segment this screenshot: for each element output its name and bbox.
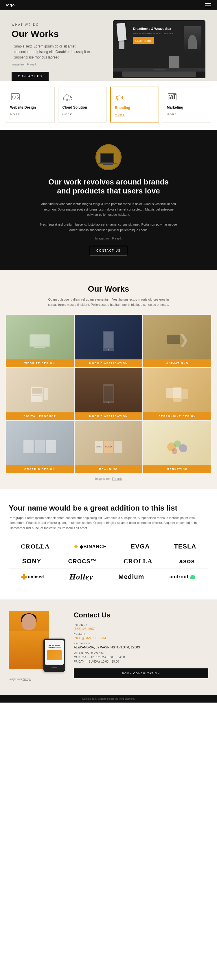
footer-text: Sample Text. Click to select the Text El…: [6, 697, 211, 700]
logo: logo: [6, 3, 15, 7]
svg-point-40: [171, 448, 177, 454]
chart-icon: [167, 92, 177, 102]
contact-phone-label: PHONE:: [74, 624, 208, 627]
contact-freepik-link[interactable]: Freepik: [22, 678, 31, 681]
about-text1: Amet luctus venenatis lectus magna fring…: [39, 201, 178, 218]
service-more-cloud[interactable]: MORE: [62, 113, 73, 116]
portfolio-freepik-link[interactable]: Freepik: [112, 477, 122, 480]
contact-address-detail: ADDRESS: ALEXANDRIA, 32 WASHINGTON STR, …: [74, 642, 208, 649]
brands-row-2: SONY CROCS™ CROLLA asos: [9, 554, 208, 569]
portfolio-item-8[interactable]: SOLO SOLO BRANDING: [74, 421, 143, 473]
about-section: Our work revolves around brands and prod…: [0, 130, 217, 270]
service-more-branding[interactable]: MORE: [115, 113, 125, 116]
service-card-marketing: Marketing MORE: [163, 87, 212, 123]
svg-line-5: [117, 99, 118, 100]
hero-title: Our Works: [11, 29, 97, 40]
brand-asos: asos: [179, 557, 195, 565]
svg-rect-8: [171, 95, 173, 99]
portfolio-item-6[interactable]: RESPONSIVE DESIGN: [143, 368, 211, 420]
contact-address-value: ALEXANDRIA, 32 WASHINGTON STR, 22303: [74, 646, 208, 649]
brands-row-1: CROLLA ◆BINANCE EVGA TESLA: [9, 539, 208, 554]
contact-email-value: INFO@SAMPLE.COM: [74, 636, 208, 640]
brands-description: Paragraph. Lorem ipsum dolor sit amet, c…: [9, 515, 208, 531]
portfolio-item-3[interactable]: ANIMATIONS: [143, 315, 211, 367]
contact-address-label: ADDRESS:: [74, 642, 208, 645]
contact-image-area: We are a Web Design Agency Image from Fr…: [9, 611, 67, 684]
portfolio-item-5[interactable]: MOBILE APPLICATION: [74, 368, 143, 420]
service-more-marketing[interactable]: MORE: [167, 113, 177, 116]
portfolio-label-8: BRANDING: [74, 465, 143, 473]
svg-rect-43: [190, 577, 195, 579]
contact-hours-weekend: FRIDAY — SUNDAY 10:00 – 19:00: [74, 659, 208, 664]
brands-title: Your name would be a great addition to t…: [9, 504, 208, 512]
service-card-website: Website Design MORE: [6, 87, 55, 123]
services-section: Website Design MORE Cloud Solution MORE: [0, 81, 217, 130]
svg-rect-9: [174, 95, 175, 99]
portfolio-section: Our Works Quam quisque id diam vel quam …: [0, 270, 217, 489]
contact-email-detail: E-MAIL: INFO@SAMPLE.COM: [74, 633, 208, 640]
portfolio-title: Our Works: [6, 285, 211, 294]
service-card-cloud: Cloud Solution MORE: [58, 87, 107, 123]
svg-point-47: [193, 577, 194, 577]
hero-section: WHAT WE DO Our Works Simple Text. Lorem …: [0, 10, 217, 130]
svg-rect-24: [167, 335, 180, 344]
brand-holley: Holley: [70, 572, 93, 582]
brand-sony: SONY: [22, 557, 41, 565]
phone-screen-text: We are a Web Design Agency: [46, 644, 62, 649]
svg-line-1: [14, 95, 16, 99]
hamburger-menu[interactable]: [205, 3, 211, 7]
portfolio-item-2[interactable]: MOBILE APPLICATION: [74, 315, 143, 367]
portfolio-label-5: MOBILE APPLICATION: [74, 412, 143, 420]
brand-tesla: TESLA: [174, 543, 196, 550]
contact-email-label: E-MAIL:: [74, 633, 208, 636]
svg-point-46: [192, 577, 192, 577]
contact-hours-detail: OPENING HOURS: MONDAY — THURSDAY 10:00 –…: [74, 651, 208, 664]
footer: Sample Text. Click to select the Text El…: [0, 695, 217, 703]
about-text2: Nec, feugiat nisl pretium fusce id, just…: [39, 222, 178, 232]
contact-info-area: Contact Us PHONE: (555)123-4567 E-MAIL: …: [74, 611, 208, 678]
svg-rect-19: [30, 335, 49, 346]
cloud-icon: [62, 92, 73, 102]
brand-crolla-1: CROLLA: [21, 543, 50, 550]
svg-point-23: [108, 349, 109, 350]
portfolio-label-7: GRAPHIC DESIGN: [6, 465, 74, 473]
portfolio-label-2: MOBILE APPLICATION: [74, 360, 143, 367]
contact-phone-value: (555)123-4567: [74, 627, 208, 630]
portfolio-item-1[interactable]: WEBSITE DESIGN: [6, 315, 74, 367]
megaphone-icon: [115, 92, 125, 103]
brands-row-3: unimed Holley Medium android: [9, 569, 208, 585]
hero-image-credit: Image from Freepik: [11, 63, 97, 66]
about-credit: Images from Freepik: [9, 237, 208, 240]
svg-rect-27: [32, 388, 42, 394]
hero-cta-button[interactable]: CONTACT US: [11, 72, 49, 81]
svg-point-10: [175, 94, 176, 95]
service-card-branding: Branding MORE: [110, 87, 159, 123]
brand-medium: Medium: [118, 573, 144, 581]
hero-freepik-link[interactable]: Freepik: [27, 63, 36, 66]
svg-point-39: [179, 444, 187, 452]
portfolio-label-4: DIGITAL PRODUCT: [6, 412, 74, 420]
contact-cta-button[interactable]: BOOK CONSULTATION: [74, 668, 208, 678]
brands-section: Your name would be a great addition to t…: [0, 489, 217, 600]
brand-crolla-2: CROLLA: [124, 557, 152, 565]
about-circle-image: [95, 144, 122, 170]
service-more-website[interactable]: MORE: [10, 113, 20, 116]
portfolio-grid: WEBSITE DESIGN MOBILE APPLICATION: [6, 315, 211, 473]
svg-rect-17: [103, 164, 113, 165]
about-freepik-link[interactable]: Freepik: [112, 237, 122, 240]
portfolio-item-4[interactable]: DIGITAL PRODUCT: [6, 368, 74, 420]
service-name-cloud: Cloud Solution: [62, 105, 103, 110]
svg-rect-22: [104, 332, 113, 348]
portfolio-label-1: WEBSITE DESIGN: [6, 360, 74, 367]
portfolio-item-7[interactable]: GRAPHIC DESIGN: [6, 421, 74, 473]
about-cta-button[interactable]: CONTACT US: [90, 246, 127, 255]
svg-line-45: [194, 574, 195, 576]
service-name-website: Website Design: [10, 105, 50, 110]
svg-rect-32: [104, 386, 113, 401]
svg-marker-25: [180, 334, 187, 347]
portfolio-item-9[interactable]: MARKETING: [143, 421, 211, 473]
contact-image-credit: Image from Freepik: [9, 678, 67, 681]
portfolio-description: Quam quisque id diam vel quam elementum.…: [48, 297, 169, 307]
portfolio-label-3: ANIMATIONS: [143, 360, 211, 367]
portfolio-label-6: RESPONSIVE DESIGN: [143, 412, 211, 420]
